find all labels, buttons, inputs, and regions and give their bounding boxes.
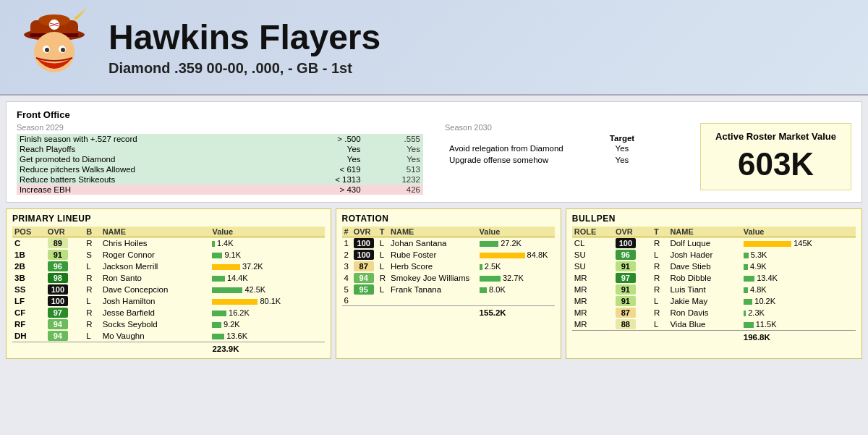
- player-pos: SS: [12, 284, 46, 295]
- pitcher-name: Johan Santana: [388, 237, 477, 250]
- market-value-label: Active Roster Market Value: [715, 131, 836, 142]
- player-name: Mo Vaughn: [101, 330, 210, 342]
- team-info: Hawkins Flayers Diamond .359 00-00, .000…: [109, 17, 380, 77]
- fo-goal-target: Yes: [293, 144, 363, 154]
- player-hand: R: [84, 284, 100, 295]
- pitcher-num: 1: [342, 237, 352, 250]
- bullpen-row: CL 100 R Dolf Luque 145K: [572, 237, 856, 250]
- bp-name: Vida Blue: [668, 318, 741, 331]
- bp-role: MR: [572, 272, 613, 284]
- pitcher-num: 6: [342, 295, 352, 306]
- bp-role: SU: [572, 249, 613, 261]
- player-name: Dave Concepcion: [101, 284, 210, 295]
- fo-goal-2030-row: Upgrade offense somehow Yes: [445, 154, 640, 166]
- bp-name: Dave Stieb: [668, 261, 741, 272]
- pitcher-ovr: 100: [352, 249, 378, 261]
- player-name: Chris Hoiles: [101, 237, 210, 250]
- player-ovr: 100: [46, 284, 84, 295]
- player-value: 1.4K: [210, 237, 324, 250]
- fo-goal-actual: Yes: [364, 154, 423, 164]
- rotation-total-value: 155.2K: [477, 306, 555, 318]
- fo-title: Front Office: [17, 109, 851, 120]
- player-name: Jackson Merrill: [101, 261, 210, 272]
- player-hand: R: [84, 318, 100, 330]
- fo-goal-text: Get promoted to Diamond: [17, 154, 293, 164]
- player-hand: R: [84, 307, 100, 318]
- bp-value: 13.4K: [741, 272, 856, 284]
- bp-role: CL: [572, 237, 613, 250]
- fo-goal-row: Increase EBH > 430 426: [17, 185, 423, 195]
- season2030-label: Season 2030: [445, 123, 686, 132]
- pitcher-hand: L: [378, 249, 388, 261]
- player-pos: RF: [12, 318, 46, 330]
- season2029-label: Season 2029: [17, 123, 423, 132]
- fo-goal-text: Reduce pitchers Walks Allowed: [17, 164, 293, 174]
- lineup-row: RF 94 R Socks Seybold 9.2K: [12, 318, 325, 330]
- lineup-row: 3B 98 R Ron Santo 14.4K: [12, 272, 325, 284]
- player-value: 37.2K: [210, 261, 324, 272]
- rotation-section: ROTATION # OVR T NAME Value 1 100 L Joha…: [336, 208, 561, 359]
- bp-value: 5.3K: [741, 249, 856, 261]
- bp-value: 145K: [741, 237, 856, 250]
- rotation-row: 1 100 L Johan Santana 27.2K: [342, 237, 555, 250]
- player-hand: L: [84, 330, 100, 342]
- pitcher-value: [477, 295, 555, 306]
- pitcher-ovr: 94: [352, 272, 378, 284]
- pitcher-hand: L: [378, 284, 388, 295]
- pitcher-hand: [378, 295, 388, 306]
- bp-role: MR: [572, 295, 613, 307]
- player-name: Socks Seybold: [101, 318, 210, 330]
- player-ovr: 94: [46, 330, 84, 342]
- col-ovr: OVR: [46, 227, 84, 237]
- player-value: 9.2K: [210, 318, 324, 330]
- player-pos: 2B: [12, 261, 46, 272]
- lineup-section: PRIMARY LINEUP POS OVR B NAME Value C 89…: [6, 208, 331, 359]
- pitcher-hand: R: [378, 272, 388, 284]
- rotation-title: ROTATION: [342, 214, 555, 224]
- fo-right: Season 2030 Target Avoid relegation from…: [445, 123, 851, 195]
- bp-ovr: 87: [613, 307, 652, 318]
- lineup-row: DH 94 L Mo Vaughn 13.6K: [12, 330, 325, 342]
- player-ovr: 100: [46, 295, 84, 307]
- player-hand: L: [84, 261, 100, 272]
- pitcher-name: Frank Tanana: [388, 284, 477, 295]
- pitcher-name: [388, 295, 477, 306]
- pitcher-num: 5: [342, 284, 352, 295]
- player-hand: R: [84, 272, 100, 284]
- bp-name: Jakie May: [668, 295, 741, 307]
- player-ovr: 89: [46, 237, 84, 250]
- bullpen-row: MR 97 R Rob Dibble 13.4K: [572, 272, 856, 284]
- bp-value: 4.9K: [741, 261, 856, 272]
- player-name: Ron Santo: [101, 272, 210, 284]
- fo-goal-2030-text: Upgrade offense somehow: [445, 154, 604, 166]
- col-value: Value: [741, 227, 856, 237]
- pitcher-ovr: 87: [352, 261, 378, 272]
- player-ovr: 94: [46, 318, 84, 330]
- bp-hand: R: [652, 284, 668, 295]
- bullpen-row: MR 91 R Luis Tiant 4.8K: [572, 284, 856, 295]
- player-ovr: 98: [46, 272, 84, 284]
- player-name: Roger Connor: [101, 249, 210, 261]
- bp-ovr: 88: [613, 318, 652, 331]
- bullpen-row: MR 87 R Ron Davis 2.3K: [572, 307, 856, 318]
- pitcher-name: Herb Score: [388, 261, 477, 272]
- bullpen-total-value: 196.8K: [741, 331, 856, 343]
- bp-ovr: 97: [613, 272, 652, 284]
- fo-goal-actual: 513: [364, 164, 423, 174]
- player-name: Josh Hamilton: [101, 295, 210, 307]
- market-value-box: Active Roster Market Value 603K: [700, 123, 851, 190]
- bullpen-total-label: [572, 331, 741, 343]
- fo-table-2030: Target Avoid relegation from Diamond Yes…: [445, 134, 640, 166]
- col-pos: POS: [12, 227, 46, 237]
- bullpen-table: ROLE OVR T NAME Value CL 100 R Dolf Luqu…: [572, 227, 856, 342]
- bp-hand: R: [652, 237, 668, 250]
- col-name: NAME: [388, 227, 477, 237]
- team-name: Hawkins Flayers: [109, 17, 380, 57]
- bp-hand: L: [652, 318, 668, 331]
- fo-goal-text: Reach Playoffs: [17, 144, 293, 154]
- lineup-row: LF 100 L Josh Hamilton 80.1K: [12, 295, 325, 307]
- col-value: Value: [210, 227, 324, 237]
- col-ovr: OVR: [613, 227, 652, 237]
- bp-ovr: 96: [613, 249, 652, 261]
- fo-goal-row: Reduce batters Strikeouts < 1313 1232: [17, 174, 423, 185]
